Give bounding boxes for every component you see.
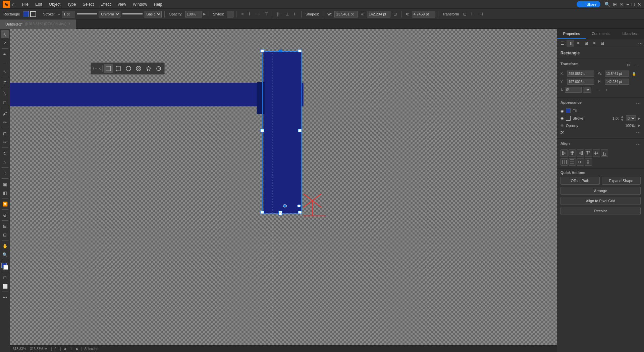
fill-visibility-icon[interactable]: ◉ [560,109,564,113]
stroke-expand-icon[interactable]: ▶ [638,117,641,120]
selection-tool[interactable]: ↖ [1,30,9,38]
zoom-select[interactable]: 313.83% [29,347,49,351]
palette-collapse-btn[interactable]: − [95,67,97,71]
home-icon[interactable]: ⌂ [12,1,15,7]
align-more-btn[interactable]: ⋯ [636,142,641,147]
fx-more-btn[interactable]: ⋯ [636,130,641,135]
type-tool[interactable]: T [1,79,9,87]
minimize-icon[interactable]: − [626,2,629,7]
tab-libraries[interactable]: Libraries [615,29,644,39]
bg-swatch[interactable] [3,265,8,270]
menu-type[interactable]: Type [64,1,78,7]
align-center-icon[interactable]: ⊣ [255,11,262,17]
flip-v-icon[interactable]: ↕ [603,86,610,93]
fill-bucket-tool[interactable]: ▣ [1,180,9,188]
transform3-icon[interactable]: ⊣ [478,11,484,17]
pencil-tool[interactable]: ✏ [1,118,9,126]
dist2-icon[interactable]: ⊥ [284,11,290,17]
align-icon[interactable]: ≡ [239,11,246,17]
arrange-button[interactable]: Arrange [560,187,641,195]
palette-star-btn[interactable] [144,64,153,73]
document-tab[interactable]: Untitled-2* @ 313.83 % (RGB/Preview) × [0,19,76,29]
more-tools-icon[interactable]: ••• [1,293,9,301]
nav-prev-btn[interactable]: ◀ [63,347,66,351]
align-left-icon[interactable]: ⊢ [247,11,254,17]
paintbrush-tool[interactable]: 🖌 [1,109,9,118]
slice-tool[interactable]: ⊟ [1,231,9,239]
align-panel-icon[interactable]: ≡ [575,40,582,47]
maximize-icon[interactable]: □ [632,2,635,7]
tab-close-button[interactable]: × [68,22,70,26]
x-input[interactable] [412,11,435,17]
opacity-input[interactable] [185,11,202,17]
share-button[interactable]: 👤 Share [577,1,600,7]
align-bottom-btn[interactable] [601,149,608,157]
align-center-v-btn[interactable] [593,149,600,157]
link-corners-icon[interactable]: ⊡ [625,61,632,69]
h-prop-input[interactable] [605,79,629,85]
fill-swatch[interactable] [23,11,29,17]
close-icon[interactable]: ✕ [637,2,641,7]
align-right-btn[interactable] [577,149,584,157]
styles-swatch[interactable] [227,11,233,17]
scissors-tool[interactable]: ✂ [1,138,9,146]
layers-panel-icon[interactable]: ≡ [591,40,598,47]
align-left-btn[interactable] [560,149,568,157]
stroke-weight-input[interactable] [62,11,75,17]
transform2-icon[interactable]: ⊢ [470,11,476,17]
palette-close-btn[interactable]: ✕ [98,67,101,71]
width-input[interactable] [334,11,358,17]
rotation-input[interactable] [565,87,582,93]
draw-mode-icon[interactable]: □ [1,273,9,281]
menu-file[interactable]: File [19,1,31,7]
palette-drag-handle[interactable] [92,67,94,70]
offset-path-button[interactable]: Offset Path [560,177,600,185]
grid-icon[interactable]: ⊞ [613,2,617,7]
scale-tool[interactable]: ⤡ [1,158,9,166]
expand-shape-button[interactable]: Expand Shape [602,177,641,185]
artboards-panel-icon[interactable]: ⊟ [599,40,606,47]
align-top-btn[interactable] [585,149,592,157]
line-tool[interactable]: ╲ [1,90,9,98]
x-prop-input[interactable] [567,71,594,77]
dist-h2-btn[interactable] [577,158,584,166]
artboard-tool[interactable]: ⊞ [1,222,9,230]
eyedropper-tool[interactable]: 🔽 [1,200,9,208]
flip-h-icon[interactable]: ↔ [595,86,602,93]
menu-select[interactable]: Select [80,1,96,7]
search-icon[interactable]: 🔍 [604,2,610,7]
menu-help[interactable]: Help [151,1,165,7]
palette-rounded-btn[interactable] [114,64,123,73]
expand-icon[interactable]: ⊡ [620,2,624,7]
dist3-icon[interactable]: ⊦ [292,11,299,17]
opacity-expand-icon[interactable]: ▶ [638,124,641,127]
lock-wh-icon[interactable]: 🔒 [630,70,638,77]
dist-v2-btn[interactable] [585,158,592,166]
properties-panel-icon[interactable]: ☰ [558,40,566,47]
menu-view[interactable]: View [115,1,129,7]
stroke-arrow[interactable]: ▲▼ [621,115,624,122]
transform-panel-icon[interactable]: ⊞ [583,40,590,47]
rotation-dir-select[interactable]: ° [583,87,591,93]
add-anchor-tool[interactable]: + [1,59,9,67]
direct-selection-tool[interactable]: ↗ [1,39,9,47]
appearance-more-btn[interactable]: ⋯ [636,101,641,106]
nav-next-btn[interactable]: ▶ [76,347,79,351]
stroke-swatch[interactable] [30,11,36,17]
gradient-tool[interactable]: ◧ [1,189,9,197]
pen-tool[interactable]: ✒ [1,50,9,58]
appearance-panel-icon[interactable]: ◫ [567,40,574,47]
dist1-icon[interactable]: |⊢ [276,11,282,17]
dist-h-btn[interactable] [560,158,568,166]
fill-color-swatch[interactable] [566,108,571,113]
palette-ring-btn[interactable] [134,64,143,73]
menu-edit[interactable]: Edit [33,1,45,7]
warp-tool[interactable]: ⌇ [1,169,9,177]
stroke-color-swatch[interactable] [566,116,571,121]
menu-window[interactable]: Window [130,1,150,7]
eraser-tool[interactable]: ◻ [1,129,9,137]
zoom-tool[interactable]: 🔍 [1,251,9,259]
align-pixel-button[interactable]: Align to Pixel Grid [560,197,641,205]
panel-more-btn[interactable]: ⋯ [638,41,643,46]
recolor-button[interactable]: Recolor [560,207,641,215]
